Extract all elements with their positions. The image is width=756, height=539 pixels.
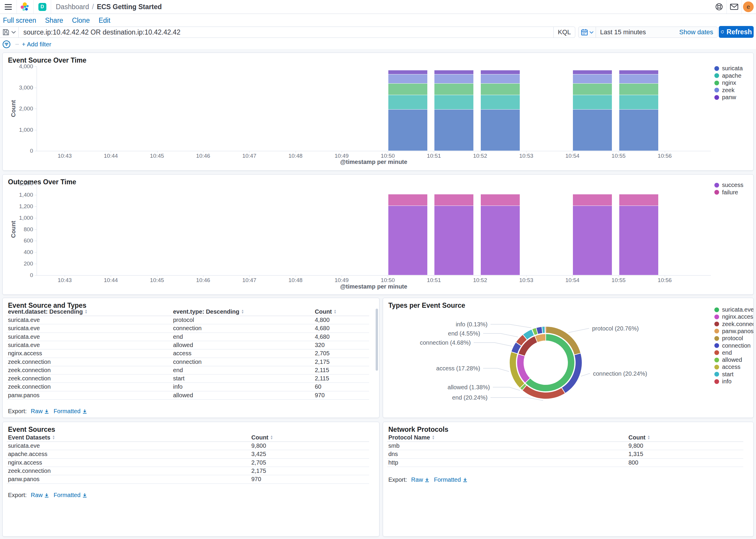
share-button[interactable]: Share bbox=[45, 17, 63, 25]
quick-select-time-button[interactable] bbox=[578, 27, 596, 38]
bar-segment-success[interactable] bbox=[388, 206, 427, 275]
bar-segment-suricata[interactable] bbox=[619, 110, 658, 151]
bar-segment-failure[interactable] bbox=[619, 194, 658, 205]
column-header-1[interactable]: Count▲▼ bbox=[251, 433, 273, 441]
add-filter-button[interactable]: + Add filter bbox=[22, 41, 51, 48]
legend-color-dot bbox=[715, 329, 719, 334]
column-header-0[interactable]: Protocol Name▲▼ bbox=[388, 433, 435, 441]
export-formatted-link[interactable]: Formatted bbox=[53, 492, 87, 499]
bar-segment-zeek[interactable] bbox=[573, 74, 612, 83]
bar-segment-success[interactable] bbox=[481, 206, 520, 275]
legend-item-start[interactable]: start bbox=[715, 371, 733, 378]
legend-color-dot bbox=[715, 358, 719, 362]
donut-outer-slice-info-12[interactable] bbox=[545, 326, 546, 333]
bar-segment-zeek[interactable] bbox=[481, 74, 520, 83]
column-header-2[interactable]: Count▲▼ bbox=[315, 307, 337, 316]
bar-segment-apache[interactable] bbox=[619, 95, 658, 109]
legend-item-panw.panos[interactable]: panw.panos bbox=[715, 328, 754, 335]
export-row: Export:RawFormatted bbox=[388, 476, 468, 483]
legend-item-suricata[interactable]: suricata bbox=[715, 65, 743, 72]
column-header-1[interactable]: event.type: Descending▲▼ bbox=[173, 307, 244, 316]
show-dates-button[interactable]: Show dates bbox=[679, 28, 717, 36]
bar-segment-apache[interactable] bbox=[388, 95, 427, 109]
bar-segment-zeek[interactable] bbox=[434, 74, 473, 83]
export-raw-link[interactable]: Raw bbox=[31, 408, 49, 415]
newsfeed-button[interactable] bbox=[727, 4, 741, 10]
column-header-0[interactable]: event.dataset: Descending▲▼ bbox=[8, 307, 87, 316]
legend-item-end[interactable]: end bbox=[715, 349, 732, 356]
table-cell: zeek.connection bbox=[8, 382, 51, 391]
export-raw-link[interactable]: Raw bbox=[411, 476, 430, 483]
legend-item-protocol[interactable]: protocol bbox=[715, 335, 743, 342]
x-tick-label: 10:44 bbox=[98, 277, 124, 283]
legend-item-info[interactable]: info bbox=[715, 378, 731, 385]
bar-segment-panw[interactable] bbox=[619, 70, 658, 74]
bar-segment-nginx[interactable] bbox=[388, 84, 427, 95]
column-header-label: Count bbox=[315, 308, 332, 315]
bar-segment-success[interactable] bbox=[434, 206, 473, 275]
edit-button[interactable]: Edit bbox=[99, 17, 111, 25]
legend-item-apache[interactable]: apache bbox=[715, 72, 741, 79]
legend-item-nginx[interactable]: nginx bbox=[715, 79, 736, 86]
bar-segment-nginx[interactable] bbox=[573, 84, 612, 95]
export-raw-link[interactable]: Raw bbox=[31, 492, 49, 499]
bar-segment-failure[interactable] bbox=[434, 194, 473, 205]
menu-icon[interactable] bbox=[0, 4, 17, 10]
clone-button[interactable]: Clone bbox=[72, 17, 90, 25]
bar-segment-nginx[interactable] bbox=[434, 84, 473, 95]
bar-segment-success[interactable] bbox=[573, 206, 612, 275]
user-avatar[interactable]: e bbox=[743, 1, 754, 12]
fullscreen-button[interactable]: Full screen bbox=[3, 17, 36, 25]
bar-segment-failure[interactable] bbox=[388, 194, 427, 205]
bar-segment-panw[interactable] bbox=[573, 70, 612, 74]
x-axis-line bbox=[37, 151, 711, 151]
bar-segment-zeek[interactable] bbox=[619, 74, 658, 83]
bar-segment-apache[interactable] bbox=[434, 95, 473, 109]
legend-item-nginx.access[interactable]: nginx.access bbox=[715, 313, 754, 320]
refresh-button[interactable]: Refresh bbox=[719, 26, 754, 38]
x-tick-label: 10:51 bbox=[420, 277, 447, 283]
bar-segment-failure[interactable] bbox=[573, 194, 612, 205]
legend-item-access[interactable]: access bbox=[715, 363, 740, 370]
bar-segment-panw[interactable] bbox=[481, 70, 520, 74]
legend-item-success[interactable]: success bbox=[715, 182, 743, 189]
bar-segment-nginx[interactable] bbox=[481, 84, 520, 95]
breadcrumb-dashboard-link[interactable]: Dashboard bbox=[56, 3, 89, 11]
legend-item-suricata.eve[interactable]: suricata.eve bbox=[715, 306, 754, 313]
legend-item-connection[interactable]: connection bbox=[715, 342, 751, 349]
space-badge[interactable]: D bbox=[38, 3, 46, 11]
legend-item-allowed[interactable]: allowed bbox=[715, 356, 742, 363]
legend-item-failure[interactable]: failure bbox=[715, 189, 738, 196]
bar-segment-suricata[interactable] bbox=[573, 110, 612, 151]
scrollbar[interactable] bbox=[376, 309, 378, 371]
query-language-button[interactable]: KQL bbox=[554, 27, 575, 38]
bar-segment-suricata[interactable] bbox=[434, 110, 473, 151]
bar-segment-zeek[interactable] bbox=[388, 74, 427, 83]
bar-segment-nginx[interactable] bbox=[619, 84, 658, 95]
column-header-1[interactable]: Count▲▼ bbox=[629, 433, 650, 441]
legend-item-zeek.connection[interactable]: zeek.connection bbox=[715, 321, 754, 328]
query-input[interactable]: source.ip:10.42.42.42 OR destination.ip:… bbox=[19, 28, 554, 36]
bar-segment-apache[interactable] bbox=[573, 95, 612, 109]
legend-item-zeek[interactable]: zeek bbox=[715, 87, 734, 94]
legend-item-panw[interactable]: panw bbox=[715, 94, 736, 101]
filter-bar: + Add filter bbox=[0, 39, 51, 49]
chevron-down-icon bbox=[589, 31, 594, 34]
help-button[interactable] bbox=[712, 3, 726, 11]
time-range-value[interactable]: Last 15 minutes bbox=[596, 28, 646, 36]
bar-segment-success[interactable] bbox=[619, 206, 658, 275]
bar-segment-suricata[interactable] bbox=[388, 110, 427, 151]
filter-icon[interactable] bbox=[2, 40, 11, 48]
bar-segment-panw[interactable] bbox=[434, 70, 473, 74]
space-selector[interactable]: D bbox=[34, 3, 51, 11]
bar-segment-apache[interactable] bbox=[481, 95, 520, 109]
saved-query-menu-button[interactable] bbox=[0, 27, 19, 38]
donut-outer-slice-start-11[interactable] bbox=[542, 326, 545, 334]
bar-segment-failure[interactable] bbox=[481, 194, 520, 205]
sort-icon: ▲▼ bbox=[84, 309, 87, 314]
bar-segment-suricata[interactable] bbox=[481, 110, 520, 151]
column-header-0[interactable]: Event Datasets▲▼ bbox=[8, 433, 55, 441]
export-formatted-link[interactable]: Formatted bbox=[53, 408, 87, 415]
bar-segment-panw[interactable] bbox=[388, 70, 427, 74]
export-formatted-link[interactable]: Formatted bbox=[434, 476, 468, 483]
